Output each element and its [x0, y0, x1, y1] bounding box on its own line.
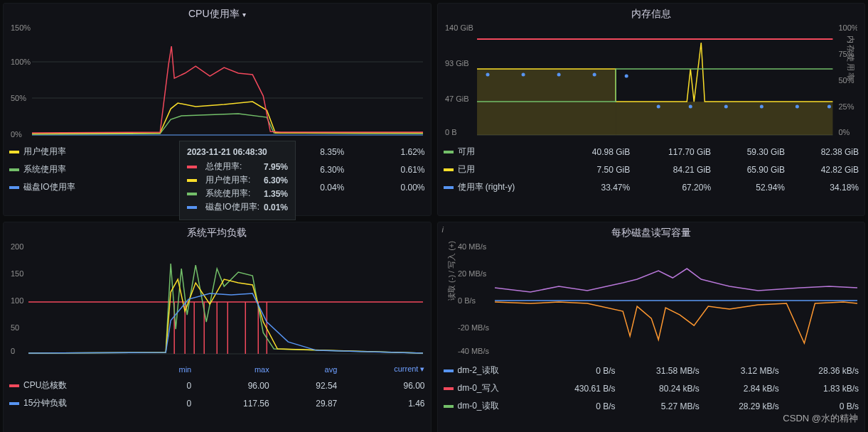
chevron-down-icon: ▾	[242, 11, 246, 18]
svg-point-38	[724, 105, 727, 109]
info-icon[interactable]: i	[442, 225, 444, 234]
svg-text:75%: 75%	[838, 50, 854, 58]
col-min[interactable]: min	[147, 362, 197, 377]
panel-title-mem[interactable]: 内存信息	[438, 4, 865, 25]
svg-text:25%: 25%	[838, 102, 854, 111]
svg-point-40	[795, 105, 798, 109]
svg-point-33	[557, 73, 560, 77]
svg-text:50%: 50%	[11, 94, 26, 102]
svg-text:50: 50	[11, 323, 19, 332]
svg-point-32	[521, 73, 525, 77]
svg-text:-20 MB/s: -20 MB/s	[458, 323, 490, 332]
legend-row[interactable]: 15分钟负载0117.5629.871.46	[4, 394, 431, 412]
svg-text:0 B: 0 B	[445, 128, 457, 136]
svg-text:-40 MB/s: -40 MB/s	[458, 347, 490, 355]
plot-load[interactable]: 200150100500 05:0006:0007:0008:0009:0010…	[11, 244, 424, 357]
svg-text:140 GiB: 140 GiB	[445, 25, 473, 32]
svg-text:08:00: 08:00	[238, 356, 258, 357]
legend-mem: 可用40.98 GiB117.70 GiB59.30 GiB82.38 GiB …	[438, 143, 865, 196]
svg-text:10:00: 10:00	[373, 356, 393, 357]
svg-text:05:00: 05:00	[502, 356, 522, 357]
svg-text:10:00: 10:00	[373, 137, 393, 139]
svg-text:05:00: 05:00	[484, 137, 504, 139]
svg-text:06:00: 06:00	[545, 137, 564, 139]
col-current[interactable]: current	[343, 362, 430, 377]
svg-text:07:00: 07:00	[623, 356, 643, 357]
plot-mem[interactable]: 内存使用率 140 GiB93 GiB47 GiB0 B 100%75%50%2…	[445, 25, 858, 139]
panel-disk: i 每秒磁盘读写容量 读取 (-) / 写入 (+) 40 MB/s20 MB/…	[437, 222, 866, 432]
svg-point-36	[656, 105, 660, 109]
svg-text:09:00: 09:00	[309, 137, 329, 139]
legend-label: 磁盘IO使用率	[23, 182, 75, 192]
legend-row[interactable]: dm-2_读取0 B/s31.58 MB/s3.12 MB/s28.36 kB/…	[438, 362, 865, 379]
panel-title-disk[interactable]: 每秒磁盘读写容量	[438, 222, 865, 244]
panel-load: 系统平均负载 200150100500 05:0006:0007:0008:00…	[3, 222, 432, 432]
svg-text:06:00: 06:00	[110, 137, 130, 139]
svg-point-31	[486, 73, 489, 77]
title-text: 每秒磁盘读写容量	[611, 227, 691, 238]
title-text: 系统平均负载	[187, 227, 247, 238]
svg-text:93 GiB: 93 GiB	[445, 59, 469, 68]
svg-rect-30	[616, 102, 832, 135]
legend-row[interactable]: 已用7.50 GiB84.21 GiB65.90 GiB42.82 GiB	[438, 161, 865, 178]
svg-text:07:00: 07:00	[605, 137, 625, 139]
svg-text:20 MB/s: 20 MB/s	[458, 269, 487, 278]
svg-text:0%: 0%	[11, 130, 22, 139]
svg-text:100: 100	[11, 296, 23, 305]
svg-text:08:00: 08:00	[245, 137, 265, 139]
svg-text:0%: 0%	[838, 128, 850, 136]
svg-text:05:00: 05:00	[39, 137, 59, 139]
svg-text:08:00: 08:00	[683, 356, 703, 357]
legend-disk: dm-2_读取0 B/s31.58 MB/s3.12 MB/s28.36 kB/…	[438, 362, 865, 415]
svg-text:150%: 150%	[11, 25, 31, 32]
svg-point-35	[624, 75, 628, 78]
svg-text:07:00: 07:00	[174, 137, 194, 139]
plot-cpu[interactable]: 50% 100% 150%0% 05:0006:0007:0008:0009:0…	[11, 25, 424, 139]
svg-text:09:00: 09:00	[306, 356, 326, 357]
title-text: CPU使用率	[188, 8, 240, 19]
svg-text:40 MB/s: 40 MB/s	[458, 244, 487, 251]
col-max[interactable]: max	[197, 362, 274, 377]
legend-label: 用户使用率	[23, 146, 66, 156]
svg-text:09:00: 09:00	[726, 137, 746, 139]
svg-text:47 GiB: 47 GiB	[445, 94, 469, 103]
svg-text:06:00: 06:00	[103, 356, 123, 357]
col-avg[interactable]: avg	[275, 362, 343, 377]
legend-load: minmaxavgcurrent CPU总核数096.0092.5496.00 …	[4, 362, 431, 412]
svg-text:50%: 50%	[838, 76, 854, 85]
svg-text:100%: 100%	[838, 25, 857, 32]
svg-text:10:00: 10:00	[804, 356, 824, 357]
svg-text:150: 150	[11, 269, 23, 278]
panel-title-load[interactable]: 系统平均负载	[4, 222, 431, 244]
legend-row[interactable]: 可用40.98 GiB117.70 GiB59.30 GiB82.38 GiB	[438, 143, 865, 161]
svg-point-41	[827, 105, 830, 109]
legend-label: 系统使用率	[23, 164, 66, 174]
svg-text:07:00: 07:00	[171, 356, 191, 357]
svg-text:100%: 100%	[11, 58, 31, 66]
panel-title-cpu[interactable]: CPU使用率▾	[4, 4, 431, 25]
svg-text:0 B/s: 0 B/s	[458, 296, 476, 305]
legend-row[interactable]: CPU总核数096.0092.5496.00	[4, 377, 431, 394]
svg-text:05:00: 05:00	[36, 356, 55, 357]
svg-point-39	[759, 105, 763, 109]
hover-tooltip: 2023-11-21 06:48:30 总使用率:7.95% 用户使用率:6.3…	[179, 141, 296, 220]
title-text: 内存信息	[631, 8, 671, 19]
legend-row[interactable]: dm-0_写入430.61 B/s80.24 kB/s2.84 kB/s1.83…	[438, 379, 865, 397]
svg-text:200: 200	[11, 244, 23, 251]
svg-text:06:00: 06:00	[562, 356, 582, 357]
plot-disk[interactable]: 读取 (-) / 写入 (+) 40 MB/s20 MB/s0 B/s-20 M…	[445, 244, 858, 357]
legend-row[interactable]: 使用率 (right-y)33.47%67.20%52.94%34.18%	[438, 178, 865, 196]
svg-text:10:00: 10:00	[786, 137, 806, 139]
svg-text:08:00: 08:00	[665, 137, 685, 139]
panel-mem: 内存信息 内存使用率 140 GiB93 GiB47 GiB0 B 100%75…	[437, 3, 866, 216]
svg-point-34	[592, 73, 596, 77]
svg-point-37	[688, 105, 692, 109]
svg-text:09:00: 09:00	[744, 356, 763, 357]
watermark: CSDN @水的精神	[783, 412, 858, 425]
tooltip-timestamp: 2023-11-21 06:48:30	[187, 147, 288, 157]
svg-text:0: 0	[11, 347, 15, 355]
